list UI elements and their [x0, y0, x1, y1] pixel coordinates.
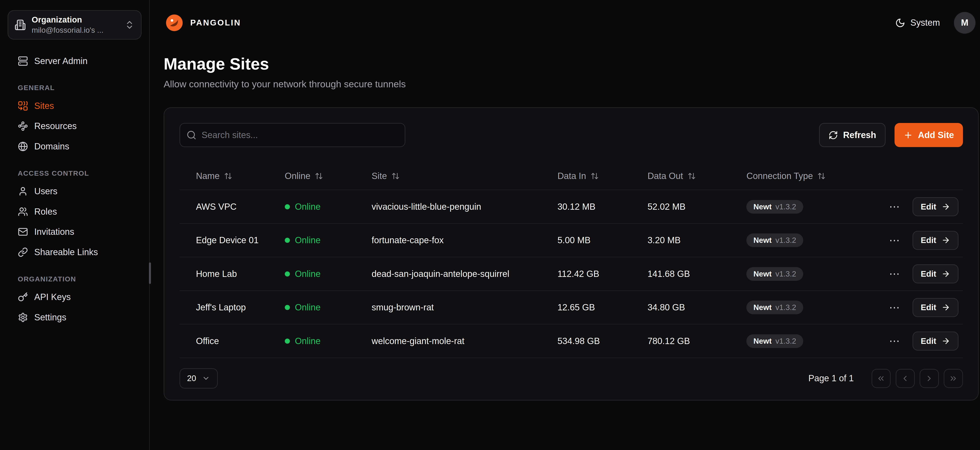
online-dot-icon — [285, 271, 290, 277]
org-switcher[interactable]: Organization milo@fossorial.io's ... — [8, 10, 142, 40]
edit-button[interactable]: Edit — [913, 331, 958, 350]
data-out: 34.80 GB — [648, 303, 746, 312]
refresh-button[interactable]: Refresh — [819, 123, 886, 147]
site-status: Online — [285, 269, 372, 279]
connection-badge: Newtv1.3.2 — [746, 233, 803, 247]
brand[interactable]: PANGOLIN — [165, 13, 241, 32]
next-page-button[interactable] — [920, 369, 939, 388]
sort-icon — [590, 172, 599, 180]
table-header-row: Name Online Site Data In — [180, 162, 963, 190]
user-icon — [18, 186, 28, 196]
sidebar-section-access-control: Access Control — [18, 170, 142, 177]
main-area: PANGOLIN System M Manage Sites Allow con… — [150, 0, 980, 450]
search-input[interactable] — [180, 123, 405, 147]
arrow-right-icon — [942, 337, 950, 345]
sidebar-item-sites[interactable]: Sites — [8, 96, 142, 116]
sidebar-item-users[interactable]: Users — [8, 181, 142, 201]
edit-button[interactable]: Edit — [913, 231, 958, 250]
connection-type: Newtv1.3.2 — [746, 233, 901, 247]
sidebar-item-invitations[interactable]: Invitations — [8, 222, 142, 242]
gear-icon — [18, 312, 28, 323]
site-status: Online — [285, 336, 372, 346]
site-slug: dead-san-joaquin-antelope-squirrel — [372, 269, 557, 279]
sidebar-item-resources[interactable]: Resources — [8, 116, 142, 136]
site-status: Online — [285, 235, 372, 246]
page-subtitle: Allow connectivity to your network throu… — [164, 79, 978, 89]
table-row: Edge Device 01 Online fortunate-cape-fox… — [180, 224, 963, 258]
connection-badge: Newtv1.3.2 — [746, 200, 803, 214]
sidebar-item-label: Invitations — [34, 227, 74, 237]
connection-type: Newtv1.3.2 — [746, 267, 901, 281]
card-footer: 20 Page 1 of 1 — [180, 368, 963, 389]
sidebar: Organization milo@fossorial.io's ... Ser… — [0, 0, 150, 450]
row-menu-button[interactable]: ⋯ — [886, 299, 902, 315]
pager — [872, 369, 963, 388]
column-header-online[interactable]: Online — [285, 171, 372, 181]
first-page-button[interactable] — [872, 369, 891, 388]
search-icon — [186, 130, 197, 140]
column-header-connection-type[interactable]: Connection Type — [746, 171, 901, 181]
sites-table: Name Online Site Data In — [180, 162, 963, 358]
page-size-value: 20 — [187, 374, 196, 383]
chevron-left-icon — [900, 374, 910, 383]
column-header-data-out[interactable]: Data Out — [648, 171, 746, 181]
sidebar-item-server-admin[interactable]: Server Admin — [8, 51, 142, 71]
moon-icon — [895, 18, 905, 28]
org-switcher-title: Organization — [32, 15, 119, 24]
connection-badge: Newtv1.3.2 — [746, 267, 803, 281]
page-size-select[interactable]: 20 — [180, 368, 218, 389]
online-label: Online — [295, 336, 320, 346]
sidebar-item-label: Sites — [34, 101, 54, 111]
sidebar-item-label: Users — [34, 186, 57, 196]
data-out: 52.02 MB — [648, 202, 746, 212]
org-switcher-text: Organization milo@fossorial.io's ... — [32, 15, 119, 34]
brand-name: PANGOLIN — [190, 18, 241, 27]
column-header-name[interactable]: Name — [196, 171, 285, 181]
add-site-button[interactable]: Add Site — [894, 123, 963, 147]
sidebar-item-label: API Keys — [34, 292, 71, 302]
avatar[interactable]: M — [954, 12, 975, 33]
online-dot-icon — [285, 305, 290, 310]
edit-button[interactable]: Edit — [913, 265, 958, 284]
data-in: 30.12 MB — [557, 202, 648, 212]
data-out: 141.68 GB — [648, 269, 746, 279]
online-label: Online — [295, 235, 320, 246]
row-menu-button[interactable]: ⋯ — [886, 199, 902, 215]
table-row: Office Online welcome-giant-mole-rat 534… — [180, 325, 963, 358]
sidebar-section-general: General — [18, 84, 142, 92]
page-title: Manage Sites — [164, 54, 978, 73]
row-menu-button[interactable]: ⋯ — [886, 233, 902, 248]
sidebar-item-label: Server Admin — [34, 56, 88, 66]
arrow-right-icon — [942, 202, 950, 211]
sidebar-item-label: Roles — [34, 207, 57, 217]
chevron-right-icon — [925, 374, 934, 383]
column-header-site[interactable]: Site — [372, 171, 557, 181]
online-dot-icon — [285, 204, 290, 209]
mail-icon — [18, 227, 28, 237]
site-status: Online — [285, 303, 372, 312]
previous-page-button[interactable] — [896, 369, 915, 388]
link-icon — [18, 247, 28, 257]
column-header-data-in[interactable]: Data In — [557, 171, 648, 181]
row-menu-button[interactable]: ⋯ — [886, 333, 902, 349]
sidebar-item-roles[interactable]: Roles — [8, 201, 142, 222]
data-out: 3.20 MB — [648, 235, 746, 246]
theme-toggle[interactable]: System — [895, 17, 940, 28]
theme-label: System — [910, 17, 940, 28]
data-in: 12.65 GB — [557, 303, 648, 312]
search-wrap — [180, 123, 405, 147]
row-actions: ⋯ Edit — [901, 331, 963, 350]
sort-icon — [391, 172, 399, 180]
edit-button[interactable]: Edit — [913, 298, 958, 317]
sidebar-item-shareable-links[interactable]: Shareable Links — [8, 242, 142, 262]
sidebar-item-settings[interactable]: Settings — [8, 307, 142, 328]
sidebar-item-domains[interactable]: Domains — [8, 136, 142, 157]
sidebar-scrollbar-thumb[interactable] — [149, 262, 151, 284]
sidebar-item-api-keys[interactable]: API Keys — [8, 287, 142, 307]
row-menu-button[interactable]: ⋯ — [886, 266, 902, 282]
edit-button[interactable]: Edit — [913, 197, 958, 216]
site-slug: fortunate-cape-fox — [372, 235, 557, 246]
last-page-button[interactable] — [944, 369, 963, 388]
site-status: Online — [285, 202, 372, 212]
sort-icon — [315, 172, 323, 180]
